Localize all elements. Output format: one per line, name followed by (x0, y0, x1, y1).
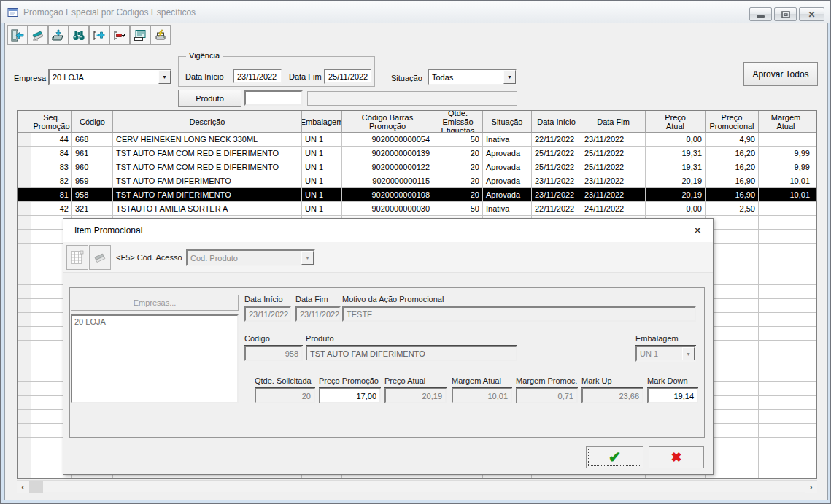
restore-button[interactable] (774, 7, 797, 21)
app-icon (7, 7, 19, 18)
find-button[interactable] (69, 25, 89, 45)
insert-button[interactable] (89, 25, 109, 45)
cell (759, 424, 813, 438)
horizontal-scrollbar[interactable]: ‹ › (17, 480, 817, 492)
cell: 25/11/2022 (532, 160, 581, 174)
cell: 50 (433, 133, 483, 147)
save-button[interactable] (48, 25, 69, 45)
produto-desc-display (307, 91, 517, 106)
empresas-listbox[interactable]: 20 LOJA (71, 314, 239, 403)
chevron-down-icon[interactable]: ▼ (158, 70, 171, 84)
cell (813, 341, 817, 354)
cell: UN 1 (302, 147, 342, 160)
cell: UN 1 (302, 174, 342, 188)
vigencia-legend: Vigência (186, 51, 223, 60)
grid-header-row: Seq. PromoçãoCódigoDescriçãoEmbalagemCód… (18, 111, 816, 133)
situacao-combo[interactable]: Todas ▼ (428, 69, 517, 85)
cell: 81 (31, 188, 72, 202)
data-fim-input[interactable]: 25/11/2022 (324, 69, 372, 84)
motivo-label: Motivo da Ação Promocional (342, 295, 696, 306)
cell (813, 230, 817, 244)
cell (759, 382, 813, 396)
empresa-combo[interactable]: 20 LOJA ▼ (48, 69, 172, 85)
data-fim-label: Data Fim (289, 72, 322, 81)
margem-promoc-field: 0,71 (516, 388, 578, 403)
cell (759, 451, 813, 465)
insert-record-icon (93, 29, 106, 42)
preco-promocao-input[interactable] (319, 388, 381, 403)
situacao-combo-value: Todas (429, 70, 503, 84)
dialog-close-button[interactable]: ✕ (691, 224, 704, 237)
cell: 50 (433, 202, 483, 216)
cell: 958 (72, 188, 113, 202)
cell: 20 (433, 160, 483, 174)
empresa-label: Empresa (14, 74, 46, 82)
cell (813, 354, 817, 368)
table-row[interactable]: 82959TST AUTO FAM DIFERIMENTOUN 19020000… (18, 174, 816, 188)
exit-button[interactable] (7, 25, 28, 45)
cell (759, 313, 813, 327)
cell: 23/11/2022 (581, 174, 646, 188)
close-button[interactable]: ✕ (799, 7, 824, 21)
aprovar-todos-button[interactable]: Aprovar Todos (743, 62, 818, 86)
cell (813, 410, 817, 424)
cell (18, 410, 31, 424)
list-item[interactable]: 20 LOJA (74, 317, 235, 326)
table-row[interactable]: 83960TST AUTO FAM COM RED E DIFERIMENTOU… (18, 160, 816, 174)
data-inicio-input[interactable]: 23/11/2022 (233, 69, 282, 84)
mark-down-field: 19,14 (647, 388, 698, 403)
dlg-data-inicio-field: 23/11/2022 (244, 306, 291, 322)
delete-button[interactable] (109, 25, 130, 45)
cell (813, 465, 817, 479)
cell: 25/11/2022 (532, 147, 581, 160)
print-button[interactable] (150, 25, 171, 45)
delete-record-icon (113, 29, 126, 42)
titlebar: Promoção Especial por Códigos Específico… (1, 1, 830, 23)
cell: UN 1 (302, 202, 342, 216)
cell: 20 (433, 188, 483, 202)
cell (18, 188, 31, 202)
preview-button[interactable] (130, 25, 150, 45)
cell (759, 133, 813, 147)
cell (759, 202, 813, 216)
cell (813, 451, 817, 465)
cell (18, 257, 31, 271)
cell: 959 (72, 174, 113, 188)
table-row[interactable]: 42321TSTAUTO FAMILIA SORTER AUN 19020000… (18, 202, 816, 216)
preco-promocao-label: Preço Promoção (319, 376, 381, 388)
cell: 321 (72, 202, 113, 216)
cell: 9020000000030 (342, 202, 433, 216)
minimize-button[interactable] (749, 7, 772, 21)
window-title: Promoção Especial por Códigos Específico… (23, 7, 196, 18)
table-row[interactable]: 44668CERV HEINEKEN LONG NECK 330MLUN 190… (18, 133, 816, 147)
cell (759, 271, 813, 285)
cell (18, 327, 31, 341)
scroll-right-arrow[interactable]: › (805, 481, 817, 493)
cell (813, 202, 817, 216)
cell: Aprovada (483, 147, 532, 160)
qtde-solicitada-label: Qtde. Solicitada (255, 376, 315, 388)
cell: 83 (31, 160, 72, 174)
cod-produto-combo: Cod. Produto ▼ (186, 249, 315, 266)
cell: 16,20 (706, 160, 759, 174)
header-cell: Data Fim (581, 111, 646, 133)
table-row[interactable]: 81958TST AUTO FAM DIFERIMENTOUN 19020000… (18, 188, 816, 202)
produto-button[interactable]: Produto (178, 90, 241, 107)
confirm-button[interactable]: ✔ (586, 446, 643, 468)
cell (18, 133, 31, 147)
erase-button[interactable] (28, 25, 48, 45)
produto-code-input[interactable] (244, 90, 303, 106)
margem-promoc-label: Margem Promoc. (516, 376, 578, 388)
scrollbar-thumb[interactable] (29, 481, 43, 493)
data-inicio-label: Data Início (185, 72, 224, 81)
chevron-down-icon[interactable]: ▼ (503, 70, 516, 84)
header-cell: Embalagem (302, 111, 342, 133)
scroll-left-arrow[interactable]: ‹ (17, 481, 29, 493)
cancel-button[interactable]: ✖ (649, 446, 704, 468)
cell: 20,19 (646, 188, 706, 202)
close-icon: ✕ (808, 10, 815, 19)
cell (759, 410, 813, 424)
table-row[interactable]: 84961TST AUTO FAM COM RED E DIFERIMENTOU… (18, 147, 816, 160)
cell (18, 424, 31, 438)
dlg-data-inicio-label: Data Início (244, 295, 291, 306)
